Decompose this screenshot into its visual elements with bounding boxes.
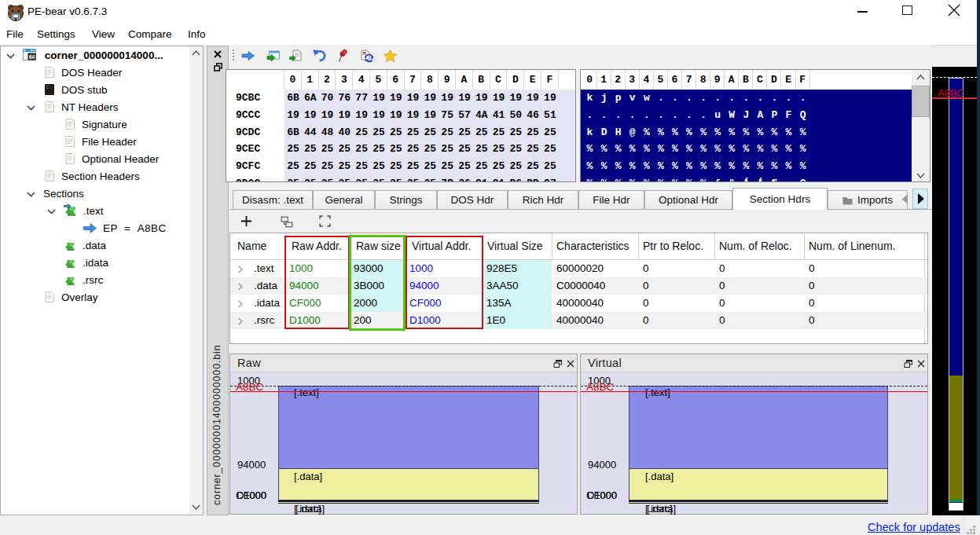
svg-text:a: a — [363, 52, 365, 55]
svg-text:64: 64 — [29, 54, 35, 60]
svg-text:C:: C: — [46, 86, 51, 90]
